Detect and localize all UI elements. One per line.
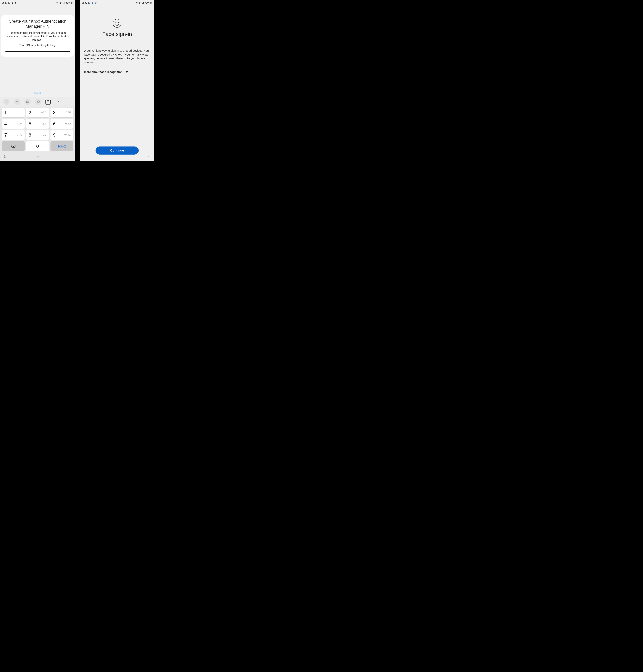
status-bar: 2:46 • 82%	[0, 0, 75, 5]
svg-rect-2	[12, 3, 13, 3]
svg-rect-20	[47, 100, 49, 101]
picture-icon	[88, 2, 90, 4]
emoji-icon[interactable]	[24, 99, 31, 105]
signal-icon	[62, 1, 65, 4]
key-2[interactable]: 2ABC	[26, 108, 49, 117]
bulb-icon	[14, 2, 17, 4]
pin-card: Create your Knox Authentication Manager …	[1, 15, 74, 57]
status-time: 3:27	[82, 1, 87, 4]
wifi-icon	[138, 1, 141, 4]
clipboard-icon[interactable]	[46, 99, 51, 105]
mute-icon	[56, 1, 59, 4]
svg-rect-35	[142, 3, 143, 3]
keyboard-toolbar: ⋯	[0, 97, 75, 107]
key-7[interactable]: 7PQRS	[2, 130, 25, 140]
svg-rect-1	[12, 2, 13, 2]
key-backspace[interactable]	[2, 141, 25, 151]
key-0[interactable]: 0	[26, 141, 49, 151]
svg-point-21	[58, 101, 59, 102]
picture-icon	[8, 2, 11, 4]
pin-warning: Remember this PIN. If you forget it, you…	[5, 31, 70, 41]
key-4[interactable]: 4GHI	[2, 119, 25, 129]
svg-rect-36	[143, 2, 143, 3]
svg-rect-30	[96, 2, 97, 3]
svg-rect-19	[38, 101, 39, 102]
key-3[interactable]: 3DEF	[50, 108, 73, 117]
slack-icon	[95, 2, 97, 4]
svg-rect-9	[63, 3, 63, 3]
sparkle-icon[interactable]	[14, 99, 20, 105]
status-battery-pct: 82%	[65, 1, 70, 4]
screen-create-pin: 2:46 • 82%	[0, 0, 75, 161]
svg-rect-14	[72, 2, 72, 3]
status-time: 2:46	[2, 1, 7, 4]
key-9[interactable]: 9WXYZ	[50, 130, 73, 140]
key-1[interactable]: 1	[2, 108, 25, 117]
slack-icon	[11, 2, 14, 4]
key-5[interactable]: 5JKL	[26, 119, 49, 129]
svg-rect-18	[37, 101, 39, 103]
svg-rect-28	[96, 3, 96, 3]
pin-length: Your PIN must be 4 digits long.	[5, 44, 70, 47]
key-6[interactable]: 6MNO	[50, 119, 73, 129]
face-icon	[113, 19, 121, 28]
keyboard-footer	[0, 153, 75, 161]
mic-icon[interactable]	[3, 155, 6, 159]
next-button[interactable]: Next	[0, 89, 75, 97]
signal-icon	[142, 1, 144, 4]
screen-face-signin: 3:27 • 79%	[80, 0, 154, 161]
key-next[interactable]: Next	[50, 141, 73, 151]
more-icon[interactable]: ⋯	[65, 99, 72, 105]
svg-point-16	[27, 101, 27, 102]
page-title: Face sign-in	[84, 31, 150, 37]
gear-icon[interactable]	[55, 99, 61, 105]
battery-icon	[150, 1, 152, 4]
back-icon[interactable]	[147, 155, 150, 159]
key-8[interactable]: 8TUV	[26, 130, 49, 140]
svg-rect-13	[72, 2, 72, 2]
dot-icon: •	[17, 2, 18, 4]
dot-icon: •	[98, 2, 98, 4]
svg-point-15	[26, 101, 29, 103]
svg-rect-24	[4, 156, 5, 157]
svg-rect-40	[150, 2, 151, 3]
pin-input[interactable]	[5, 51, 70, 52]
more-about-face-recognition[interactable]: More about face recognition	[84, 70, 150, 74]
svg-rect-3	[12, 2, 12, 3]
mute-icon	[135, 1, 138, 4]
wifi-icon	[59, 1, 62, 4]
chevron-down-icon	[125, 71, 128, 73]
page-title: Create your Knox Authentication Manager …	[5, 19, 70, 29]
face-description: A convenient way to sign in to shared de…	[84, 49, 150, 64]
continue-button[interactable]: Continue	[96, 146, 139, 155]
translate-icon[interactable]	[35, 99, 41, 105]
status-battery-pct: 79%	[145, 1, 149, 4]
scan-icon[interactable]	[3, 99, 10, 105]
svg-point-17	[28, 101, 28, 102]
battery-icon	[71, 1, 73, 4]
svg-rect-29	[95, 2, 95, 3]
svg-rect-11	[64, 2, 64, 3]
svg-rect-39	[151, 2, 151, 2]
more-label: More about face recognition	[84, 70, 123, 74]
svg-rect-27	[96, 2, 96, 2]
chevron-down-icon[interactable]	[36, 155, 39, 159]
svg-rect-4	[13, 2, 13, 3]
svg-rect-37	[143, 2, 144, 3]
svg-rect-34	[142, 3, 142, 3]
shield-icon	[92, 2, 94, 4]
number-keypad: 1 2ABC 3DEF 4GHI 5JKL 6MNO 7PQRS 8TUV 9W…	[0, 107, 75, 153]
status-bar: 3:27 • 79%	[80, 0, 154, 5]
